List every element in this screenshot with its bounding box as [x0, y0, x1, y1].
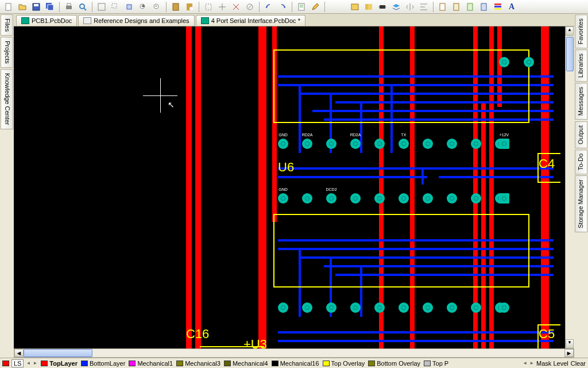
- save-icon[interactable]: [30, 1, 42, 13]
- pad[interactable]: [374, 193, 385, 204]
- horizontal-scrollbar[interactable]: ◄ ►: [14, 348, 574, 358]
- storage-manager-tab[interactable]: Storage Manager: [575, 175, 587, 232]
- pad[interactable]: [471, 139, 481, 149]
- layer-tab[interactable]: BottomLayer: [80, 360, 126, 367]
- pad[interactable]: [350, 193, 361, 204]
- zoom-selected-icon[interactable]: [123, 1, 136, 13]
- preview-icon[interactable]: [76, 1, 89, 13]
- clear-icon[interactable]: [243, 1, 256, 13]
- paste-icon[interactable]: [169, 1, 182, 13]
- layerset-icon[interactable]: [492, 1, 504, 13]
- explorer-icon[interactable]: [362, 1, 375, 13]
- zoom-in-icon[interactable]: +: [137, 1, 149, 13]
- knowledge-center-tab[interactable]: Knowledge Center: [1, 69, 13, 129]
- doc3-icon[interactable]: [464, 1, 477, 13]
- layer-tab[interactable]: Mechanical4: [223, 360, 269, 367]
- tab-pcb1[interactable]: PCB1.PcbDoc: [16, 15, 77, 26]
- tab-reference[interactable]: Reference Designs and Examples: [78, 15, 194, 26]
- align-icon[interactable]: [417, 1, 430, 13]
- pad[interactable]: [302, 193, 312, 204]
- doc1-icon[interactable]: [436, 1, 449, 13]
- pad[interactable]: [278, 302, 288, 313]
- pad[interactable]: [374, 139, 385, 149]
- print-icon[interactable]: [63, 1, 75, 13]
- pad[interactable]: [326, 193, 336, 204]
- pad[interactable]: [399, 139, 409, 149]
- pad[interactable]: [399, 193, 409, 204]
- libraries-tab[interactable]: Libraries: [575, 49, 587, 82]
- tab-4port[interactable]: 4 Port Serial Interface.PcbDoc *: [196, 15, 305, 26]
- right-panel-tabs: Favorites Libraries Messages Output To-D…: [574, 14, 588, 358]
- pad[interactable]: [471, 302, 481, 313]
- pad[interactable]: [278, 139, 288, 149]
- messages-tab[interactable]: Messages: [575, 83, 587, 120]
- svg-rect-16: [173, 3, 179, 10]
- layer-tab[interactable]: Mechanical3: [175, 360, 222, 367]
- pad[interactable]: [399, 302, 409, 313]
- open-icon[interactable]: [16, 1, 29, 13]
- doc4-icon[interactable]: [478, 1, 490, 13]
- new-icon[interactable]: [2, 1, 15, 13]
- pad[interactable]: [499, 193, 509, 204]
- script-icon[interactable]: [295, 1, 308, 13]
- flip-icon[interactable]: [404, 1, 416, 13]
- text-icon[interactable]: A: [505, 1, 518, 13]
- zoom-area-icon[interactable]: [109, 1, 122, 13]
- layer-tab[interactable]: Top P: [423, 360, 450, 367]
- edit-icon[interactable]: [309, 1, 322, 13]
- pad[interactable]: [471, 193, 481, 204]
- todo-tab[interactable]: To-Do: [575, 150, 587, 174]
- pad[interactable]: [499, 139, 509, 149]
- browse-lib-icon[interactable]: [349, 1, 361, 13]
- zoom-fit-icon[interactable]: [95, 1, 108, 13]
- pad[interactable]: [423, 193, 433, 204]
- undo-icon[interactable]: [262, 1, 275, 13]
- doc2-icon[interactable]: [450, 1, 463, 13]
- layer-tab[interactable]: Bottom Overlay: [367, 360, 421, 367]
- files-tab[interactable]: Files: [1, 14, 13, 36]
- svg-rect-28: [380, 5, 385, 9]
- clear-button[interactable]: Clear: [571, 360, 586, 367]
- layer-tab[interactable]: TopLayer: [40, 360, 79, 367]
- vertical-scrollbar[interactable]: ▲ ▼: [565, 26, 574, 348]
- layer-tab[interactable]: Top Overlay: [322, 360, 366, 367]
- deselect-icon[interactable]: [230, 1, 242, 13]
- pad[interactable]: [423, 302, 433, 313]
- save-all-icon[interactable]: [44, 1, 56, 13]
- ls-button[interactable]: LS: [11, 359, 24, 367]
- output-tab[interactable]: Output: [575, 121, 587, 148]
- move-icon[interactable]: [216, 1, 229, 13]
- component-icon[interactable]: [376, 1, 389, 13]
- mask-level-button[interactable]: Mask Level: [536, 360, 568, 367]
- paste-special-icon[interactable]: [183, 1, 196, 13]
- layers-icon[interactable]: [390, 1, 403, 13]
- zoom-out-icon[interactable]: -: [150, 1, 163, 13]
- pad[interactable]: [447, 139, 457, 149]
- pad[interactable]: [524, 57, 534, 67]
- svg-rect-11: [127, 5, 131, 9]
- redo-icon[interactable]: [276, 1, 289, 13]
- main-toolbar: + - A: [0, 0, 588, 14]
- pad[interactable]: [374, 302, 385, 313]
- layer-tab[interactable]: Mechanical1: [127, 360, 174, 367]
- pad[interactable]: [350, 139, 361, 149]
- pad[interactable]: [350, 302, 361, 313]
- pad[interactable]: [423, 139, 433, 149]
- svg-rect-39: [494, 6, 501, 7]
- pad[interactable]: [447, 193, 457, 204]
- pad[interactable]: [499, 57, 509, 67]
- mouse-cursor-icon: ↖: [168, 100, 175, 109]
- pad[interactable]: [326, 302, 336, 313]
- pad[interactable]: [302, 302, 312, 313]
- favorites-tab[interactable]: Favorites: [575, 14, 587, 48]
- projects-tab[interactable]: Projects: [1, 37, 13, 68]
- select-icon[interactable]: [202, 1, 215, 13]
- layer-tab[interactable]: Mechanical16: [270, 360, 320, 367]
- svg-rect-5: [66, 6, 72, 9]
- pad[interactable]: [326, 139, 336, 149]
- pcb-canvas[interactable]: U6 C16 +U3 C4 C5 GNDRD2ARD2ATX+12VGNDDCD…: [14, 26, 574, 348]
- pad[interactable]: [278, 193, 288, 204]
- pad[interactable]: [499, 302, 509, 313]
- pad[interactable]: [302, 139, 312, 149]
- pad[interactable]: [447, 302, 457, 313]
